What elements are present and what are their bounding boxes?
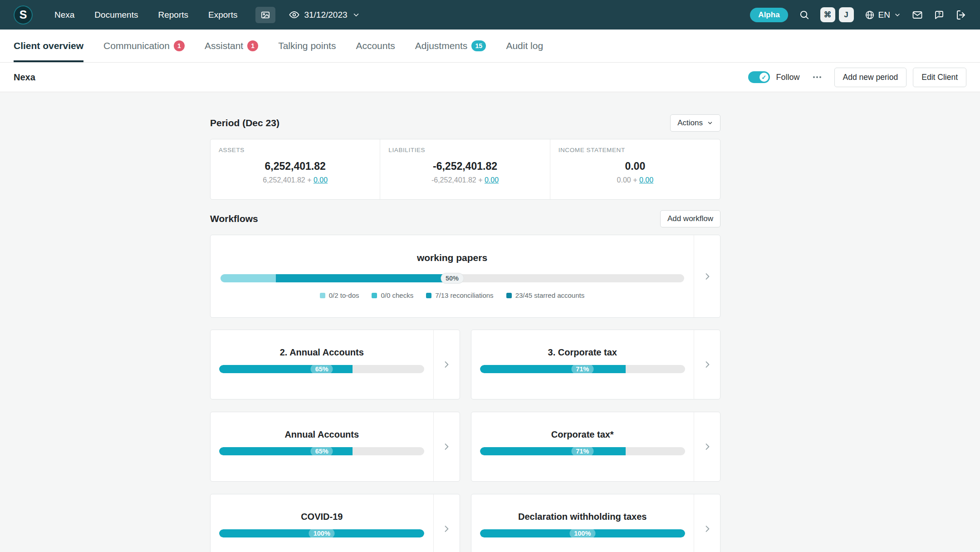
logo-letter: S [20,8,27,21]
workflow-card-corporate-tax[interactable]: Corporate tax* 71% [471,412,721,482]
period-selector[interactable]: 31/12/2023 [289,10,360,20]
assets-value: 6,252,401.82 [211,160,380,172]
workflow-card-annual-accounts[interactable]: Annual Accounts 65% [210,412,460,482]
workflow-grid: 2. Annual Accounts 65% 3. Corporate tax … [210,330,720,552]
workflow-progress-bar: 100% [480,529,685,537]
workflow-card-corporate-tax-3[interactable]: 3. Corporate tax 71% [471,330,721,399]
assets-label: ASSETS [219,147,380,153]
tab-label: Adjustments [415,40,468,51]
help-chat-icon[interactable]: ? [934,10,945,20]
liabilities-label: LIABILITIES [388,147,549,153]
search-icon[interactable] [799,10,809,20]
add-workflow-button[interactable]: Add workflow [660,210,720,227]
period-summary-card: ASSETS 6,252,401.82 6,252,401.82 + 0.00 … [210,139,720,200]
app-logo[interactable]: S [14,5,33,25]
follow-toggle[interactable]: ✓ [748,71,770,83]
workflow-progress-bar: 65% [219,447,424,455]
period-date: 31/12/2023 [304,10,347,20]
income-statement-label: INCOME STATEMENT [559,147,720,153]
communication-count-badge: 1 [174,40,185,51]
follow-label: Follow [776,73,800,82]
logout-icon[interactable] [956,10,966,20]
assistant-count-badge: 1 [247,40,258,51]
workflow-card-declaration-withholding-taxes[interactable]: Declaration withholding taxes 100% [471,494,721,552]
tab-adjustments[interactable]: Adjustments 15 [415,30,486,62]
chevron-right-icon [442,442,451,451]
legend-swatch [506,293,512,298]
nav-item-reports[interactable]: Reports [158,10,188,20]
language-label: EN [878,10,890,20]
tab-assistant[interactable]: Assistant 1 [205,30,258,62]
income-statement-breakdown: 0.00 + 0.00 [550,176,720,184]
tab-accounts[interactable]: Accounts [356,30,395,62]
legend-swatch [426,293,431,298]
edit-client-button[interactable]: Edit Client [913,68,966,87]
progress-percent-label: 100% [309,528,335,538]
workflow-progress-bar: 100% [219,529,424,537]
workflow-title: Corporate tax* [551,429,614,440]
workflow-title: 3. Corporate tax [548,347,617,358]
nav-item-documents[interactable]: Documents [94,10,138,20]
chevron-right-icon [442,524,451,533]
main-content: Period (Dec 23) Actions ASSETS 6,252,401… [0,92,980,552]
chevron-right-icon [442,360,451,369]
legend-item-todos: 0/2 to-dos [320,291,359,299]
legend-item-checks: 0/0 checks [372,291,413,299]
chevron-down-icon [352,11,360,19]
svg-text:?: ? [938,11,941,16]
more-options-button[interactable] [812,72,823,83]
open-workflow-button[interactable] [694,330,720,399]
legend-item-starred-accounts: 23/45 starred accounts [506,291,585,299]
language-selector[interactable]: EN [865,10,901,20]
image-icon [260,10,270,20]
income-statement-adjustment-link[interactable]: 0.00 [639,176,653,184]
j-keycap[interactable]: J [839,7,854,22]
tab-talking-points[interactable]: Talking points [278,30,336,62]
add-new-period-button[interactable]: Add new period [834,68,907,87]
nav-item-exports[interactable]: Exports [208,10,237,20]
workflow-card-covid-19[interactable]: COVID-19 100% [210,494,460,552]
tab-client-overview[interactable]: Client overview [14,30,83,62]
liabilities-adjustment-link[interactable]: 0.00 [485,176,499,184]
tab-audit-log[interactable]: Audit log [506,30,543,62]
legend-swatch [372,293,377,298]
open-workflow-button[interactable] [694,412,720,481]
progress-percent-label: 71% [571,364,593,374]
workflow-card-annual-accounts-2[interactable]: 2. Annual Accounts 65% [210,330,460,399]
workflow-title: Annual Accounts [284,429,359,440]
open-workflow-button[interactable] [433,330,460,399]
workflows-section-title: Workflows [210,213,258,224]
tab-label: Communication [103,40,170,51]
adjustments-count-badge: 15 [471,40,486,51]
liabilities-value: -6,252,401.82 [380,160,549,172]
open-workflow-button[interactable] [433,412,460,481]
tab-label: Accounts [356,40,395,51]
chevron-down-icon [707,120,713,126]
progress-segment-todos [220,274,276,282]
client-header-actions: ✓ Follow Add new period Edit Client [748,68,966,87]
shortcut-keys: ⌘ J [820,7,854,22]
assets-breakdown: 6,252,401.82 + 0.00 [211,176,380,184]
alpha-badge: Alpha [750,8,788,22]
open-workflow-button[interactable] [433,494,460,552]
liabilities-breakdown: -6,252,401.82 + 0.00 [380,176,549,184]
income-statement-column: INCOME STATEMENT 0.00 0.00 + 0.00 [550,139,720,199]
nav-item-client[interactable]: Nexa [54,10,74,20]
workflow-progress-bar: 71% [480,447,685,455]
progress-percent-label: 65% [311,364,333,374]
progress-segment-main [276,274,452,282]
navbar-right: Alpha ⌘ J EN [750,7,966,22]
client-tabbar: Client overview Communication 1 Assistan… [0,30,980,63]
open-workflow-button[interactable] [694,235,720,317]
cmd-keycap[interactable]: ⌘ [820,7,835,22]
workflow-card-working-papers[interactable]: working papers 50% 0/2 to-dos 0/ [210,235,720,318]
assets-adjustment-link[interactable]: 0.00 [314,176,328,184]
tab-communication[interactable]: Communication 1 [103,30,185,62]
envelope-icon[interactable] [912,10,923,20]
chevron-right-icon [703,524,712,533]
actions-dropdown-button[interactable]: Actions [670,114,720,132]
open-workflow-button[interactable] [694,494,720,552]
insights-button[interactable] [255,7,275,23]
chevron-down-icon [894,11,901,19]
assets-column: ASSETS 6,252,401.82 6,252,401.82 + 0.00 [211,139,380,199]
